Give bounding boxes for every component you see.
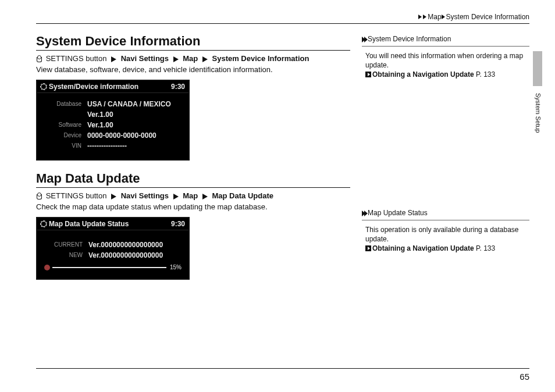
field-label xyxy=(43,111,81,119)
nav-path-item: System Device Information xyxy=(212,54,309,63)
sidebar-body: This operation is only available during … xyxy=(365,225,529,244)
breadcrumb-item: System Device Information xyxy=(446,13,529,21)
field-label: NEW xyxy=(44,251,83,259)
sidebar-note: System Device Information You will need … xyxy=(362,34,529,80)
arrow-icon xyxy=(442,15,445,19)
nav-path-item: Map xyxy=(183,54,198,63)
arrow-icon xyxy=(418,15,422,19)
field-label: Database xyxy=(43,100,81,108)
double-arrow-icon xyxy=(362,36,367,44)
field-label: Software xyxy=(43,121,81,129)
sidebar-note: Map Update Status This operation is only… xyxy=(362,208,529,254)
sidebar-title: System Device Information xyxy=(368,35,451,43)
section-heading: System Device Information xyxy=(36,34,350,51)
sidebar-body: You will need this information when orde… xyxy=(365,51,529,70)
edge-chapter-label: System Setup xyxy=(535,93,542,133)
page-number: 65 xyxy=(520,372,529,382)
nav-path: SETTINGS button Navi Settings Map Map Da… xyxy=(36,191,350,200)
field-label: CURRENT xyxy=(44,241,83,249)
device-info-screenshot: System/Device information 9:30 DatabaseU… xyxy=(36,80,190,161)
field-value: 0000-0000-0000-0000 xyxy=(81,131,156,140)
arrow-icon xyxy=(111,194,116,199)
nav-path-item: Navi Settings xyxy=(121,54,169,63)
field-value: Ver.0000000000000000 xyxy=(83,251,163,259)
edge-tab xyxy=(533,51,542,86)
screenshot-title: Map Data Update Status xyxy=(49,220,129,228)
section-description: View database, software, device, and veh… xyxy=(36,65,350,74)
field-value: Ver.1.00 xyxy=(81,111,113,119)
xref-icon xyxy=(365,72,371,77)
screenshot-clock: 9:30 xyxy=(171,83,185,91)
progress-row: 15% xyxy=(44,264,182,270)
screenshot-title: System/Device information xyxy=(49,83,138,91)
progress-dot-icon xyxy=(44,265,50,270)
gear-icon xyxy=(41,84,47,90)
field-label: VIN xyxy=(43,142,81,150)
finger-icon xyxy=(36,191,42,199)
nav-path-item: Map Data Update xyxy=(212,191,273,200)
arrow-icon xyxy=(173,194,179,199)
main-column: System Device Information SETTINGS butto… xyxy=(36,34,350,290)
breadcrumb-item: Map xyxy=(428,13,441,21)
map-update-screenshot: Map Data Update Status 9:30 CURRENTVer.0… xyxy=(36,217,190,280)
arrow-icon xyxy=(423,15,426,19)
nav-path-item: Navi Settings xyxy=(121,191,169,200)
cross-reference-page: P. 133 xyxy=(476,70,495,79)
progress-percent: 15% xyxy=(170,264,182,270)
field-value: Ver.1.00 xyxy=(81,121,113,129)
sidebar-column: System Device Information You will need … xyxy=(362,34,529,259)
sidebar-title: Map Update Status xyxy=(368,209,428,217)
screenshot-clock: 9:30 xyxy=(171,220,185,228)
arrow-icon xyxy=(202,56,208,62)
section-description: Check the map data update status when up… xyxy=(36,202,350,211)
field-value: Ver.0000000000000000 xyxy=(83,241,163,249)
nav-path-prefix: SETTINGS button xyxy=(46,191,107,200)
arrow-icon xyxy=(202,194,208,199)
horizontal-rule xyxy=(36,23,529,24)
nav-path-item: Map xyxy=(183,191,198,200)
horizontal-rule xyxy=(36,368,529,369)
header-breadcrumb: MapSystem Device Information xyxy=(418,13,529,21)
arrow-icon xyxy=(173,56,179,62)
arrow-icon xyxy=(111,56,116,62)
cross-reference: Obtaining a Navigation Update xyxy=(372,244,474,252)
finger-icon xyxy=(36,54,42,62)
nav-path-prefix: SETTINGS button xyxy=(46,54,107,63)
progress-bar xyxy=(52,267,166,268)
field-label: Device xyxy=(43,131,81,140)
cross-reference: Obtaining a Navigation Update xyxy=(372,70,474,79)
nav-path: SETTINGS button Navi Settings Map System… xyxy=(36,54,350,63)
section-heading: Map Data Update xyxy=(36,171,350,188)
double-arrow-icon xyxy=(362,210,367,218)
field-value: ----------------- xyxy=(81,142,127,150)
gear-icon xyxy=(41,221,47,227)
xref-icon xyxy=(365,245,371,251)
cross-reference-page: P. 133 xyxy=(476,244,495,252)
field-value: USA / CANADA / MEXICO xyxy=(81,100,171,108)
